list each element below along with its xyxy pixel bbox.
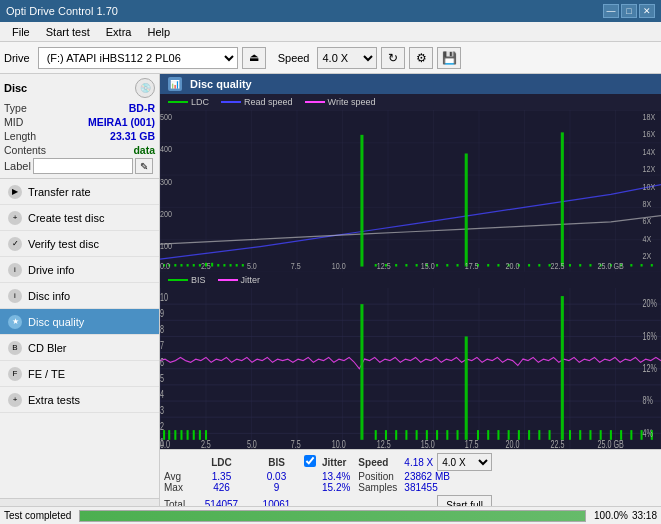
svg-text:0.0: 0.0 — [160, 437, 170, 449]
drive-info-icon: i — [8, 263, 22, 277]
progress-bar — [79, 510, 586, 522]
nav-extra-tests[interactable]: + Extra tests — [0, 387, 159, 413]
svg-rect-109 — [538, 430, 540, 440]
nav-drive-info[interactable]: i Drive info — [0, 257, 159, 283]
nav-drive-info-label: Drive info — [28, 264, 74, 276]
legend-read-speed: Read speed — [221, 97, 293, 107]
svg-text:20%: 20% — [643, 296, 658, 309]
nav-create-test-disc[interactable]: + Create test disc — [0, 205, 159, 231]
nav-disc-info[interactable]: i Disc info — [0, 283, 159, 309]
save-button[interactable]: 💾 — [437, 47, 461, 69]
svg-rect-24 — [416, 264, 418, 266]
legend-read-color — [221, 101, 241, 103]
stats-ldc-header: LDC — [194, 453, 249, 471]
svg-text:2: 2 — [160, 419, 164, 432]
nav-extra-tests-label: Extra tests — [28, 394, 80, 406]
svg-text:10: 10 — [160, 290, 168, 303]
disc-label-row: Label ✎ — [4, 158, 155, 174]
svg-rect-87 — [180, 430, 182, 440]
svg-text:8: 8 — [160, 322, 164, 335]
samples-value: 381455 — [400, 482, 496, 493]
speed-select[interactable]: 4.0 X MAX — [317, 47, 377, 69]
left-panel: Disc 💿 Type BD-R MID MEIRA1 (001) Length… — [0, 74, 160, 524]
disc-mid-row: MID MEIRA1 (001) — [4, 116, 155, 128]
nav-transfer-rate-label: Transfer rate — [28, 186, 91, 198]
svg-text:9: 9 — [160, 306, 164, 319]
svg-text:17.5: 17.5 — [465, 437, 479, 449]
svg-text:16X: 16X — [643, 130, 656, 140]
minimize-button[interactable]: — — [603, 4, 619, 18]
svg-text:15.0: 15.0 — [421, 437, 435, 449]
svg-rect-16 — [230, 264, 232, 266]
settings-button[interactable]: ⚙ — [409, 47, 433, 69]
svg-rect-111 — [561, 296, 564, 440]
disc-contents-value: data — [133, 144, 155, 156]
nav-transfer-rate[interactable]: ▶ Transfer rate — [0, 179, 159, 205]
svg-rect-9 — [187, 264, 189, 266]
svg-text:4X: 4X — [643, 234, 652, 244]
disc-length-row: Length 23.31 GB — [4, 130, 155, 142]
svg-rect-46 — [641, 264, 643, 266]
svg-text:15.0: 15.0 — [421, 261, 435, 271]
create-disc-icon: + — [8, 211, 22, 225]
nav-disc-quality-label: Disc quality — [28, 316, 84, 328]
svg-rect-96 — [405, 430, 407, 440]
chart-legend-bottom: BIS Jitter — [160, 272, 661, 288]
svg-text:0.0: 0.0 — [160, 261, 170, 271]
nav-cd-bler[interactable]: B CD Bler — [0, 335, 159, 361]
disc-type-row: Type BD-R — [4, 102, 155, 114]
speed-select-stats[interactable]: 4.0 X8.0 XMAX — [437, 453, 492, 471]
chart-title: Disc quality — [190, 78, 252, 90]
menu-start-test[interactable]: Start test — [38, 24, 98, 40]
legend-write-speed: Write speed — [305, 97, 376, 107]
menu-help[interactable]: Help — [139, 24, 178, 40]
disc-length-value: 23.31 GB — [110, 130, 155, 142]
svg-text:6: 6 — [160, 354, 164, 367]
nav-verify-test-disc-label: Verify test disc — [28, 238, 99, 250]
samples-label: Samples — [350, 482, 400, 493]
svg-rect-108 — [528, 430, 530, 440]
svg-text:25.0 GB: 25.0 GB — [598, 261, 624, 271]
refresh-button[interactable]: ↻ — [381, 47, 405, 69]
legend-jitter-label: Jitter — [241, 275, 261, 285]
svg-text:25.0 GB: 25.0 GB — [598, 437, 624, 449]
svg-rect-45 — [630, 264, 632, 266]
svg-text:14X: 14X — [643, 147, 656, 157]
svg-rect-114 — [589, 430, 591, 440]
disc-contents-label: Contents — [4, 144, 46, 156]
svg-text:500: 500 — [160, 112, 172, 122]
stats-bis-header: BIS — [249, 453, 304, 471]
disc-quality-icon: ★ — [8, 315, 22, 329]
disc-label-input[interactable] — [33, 158, 133, 174]
menu-extra[interactable]: Extra — [98, 24, 140, 40]
legend-ldc-label: LDC — [191, 97, 209, 107]
disc-length-label: Length — [4, 130, 36, 142]
svg-text:2.5: 2.5 — [201, 437, 211, 449]
svg-rect-47 — [651, 264, 653, 266]
bottom-bar: Test completed 100.0% 33:18 — [0, 506, 661, 524]
svg-rect-27 — [446, 264, 448, 266]
menu-file[interactable]: File — [4, 24, 38, 40]
svg-text:2.5: 2.5 — [201, 261, 211, 271]
verify-disc-icon: ✓ — [8, 237, 22, 251]
nav-verify-test-disc[interactable]: ✓ Verify test disc — [0, 231, 159, 257]
svg-text:12%: 12% — [643, 361, 658, 374]
jitter-checkbox[interactable] — [304, 455, 316, 467]
avg-jitter: 13.4% — [322, 471, 350, 482]
svg-rect-95 — [395, 430, 397, 440]
disc-label-button[interactable]: ✎ — [135, 158, 153, 174]
legend-bis: BIS — [168, 275, 206, 285]
nav-fe-te-label: FE / TE — [28, 368, 65, 380]
eject-button[interactable]: ⏏ — [242, 47, 266, 69]
nav-fe-te[interactable]: F FE / TE — [0, 361, 159, 387]
nav-disc-quality[interactable]: ★ Disc quality — [0, 309, 159, 335]
window-controls[interactable]: — □ ✕ — [603, 4, 655, 18]
disc-mid-label: MID — [4, 116, 23, 128]
svg-rect-86 — [174, 430, 176, 440]
svg-text:200: 200 — [160, 209, 172, 219]
maximize-button[interactable]: □ — [621, 4, 637, 18]
svg-text:2X: 2X — [643, 251, 652, 261]
drive-select[interactable]: (F:) ATAPI iHBS112 2 PL06 — [38, 47, 238, 69]
close-button[interactable]: ✕ — [639, 4, 655, 18]
svg-text:16%: 16% — [643, 328, 658, 341]
